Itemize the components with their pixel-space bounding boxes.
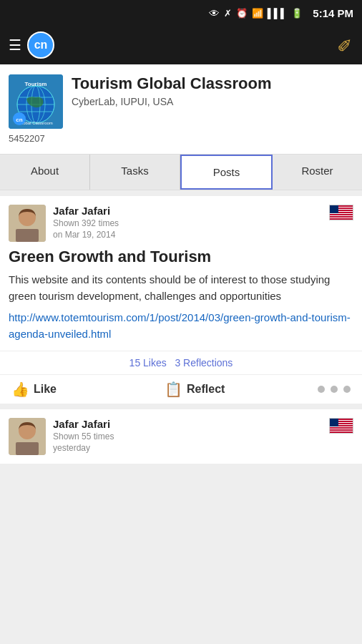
svg-text:cn: cn	[16, 117, 22, 123]
tab-roster[interactable]: Roster	[273, 155, 362, 190]
post-header-1: Jafar Jafari Shown 392 times on Mar 19, …	[0, 196, 362, 248]
dot-2	[331, 386, 338, 393]
avatar-1	[9, 205, 46, 242]
reflections-count: 3 Reflections	[175, 357, 233, 369]
app-logo[interactable]: cn	[27, 31, 54, 59]
reflect-icon: 📋	[165, 381, 182, 398]
post-link-1[interactable]: http://www.totemtourism.com/1/post/2014/…	[0, 310, 362, 351]
content-area[interactable]: Jafar Jafari Shown 392 times on Mar 19, …	[0, 190, 362, 644]
alarm-icon: ⏰	[236, 8, 248, 19]
wifi-icon: 📶	[252, 8, 263, 19]
flag-usa-1	[329, 205, 353, 220]
status-time: 5:14 PM	[313, 7, 353, 19]
class-header: Tourism Global Classroom cn Tourism Glob…	[0, 64, 362, 154]
post-actions-1: 👍 Like 📋 Reflect	[0, 374, 362, 404]
svg-rect-17	[16, 442, 39, 455]
post-meta-2b: yesterday	[53, 443, 114, 453]
post-meta-2a: Shown 55 times	[53, 431, 114, 441]
reflect-label: Reflect	[187, 383, 225, 396]
like-label: Like	[34, 383, 57, 396]
nav-logo-area[interactable]: ☰ cn	[9, 31, 54, 59]
class-subtitle: CyberLab, IUPUI, USA	[72, 96, 353, 107]
hamburger-icon[interactable]: ☰	[9, 36, 21, 54]
reflect-button[interactable]: 📋 Reflect	[165, 381, 318, 398]
post-body-1: This website and its contents should be …	[0, 272, 362, 310]
flag-usa-2	[329, 418, 353, 434]
svg-rect-14	[16, 229, 39, 242]
class-id: 5452207	[9, 133, 353, 144]
post-card-2[interactable]: Jafar Jafari Shown 55 times yesterday	[0, 409, 362, 464]
edit-icon[interactable]: ✏	[332, 31, 358, 58]
post-meta-1b: on Mar 19, 2014	[53, 230, 119, 240]
post-meta-1a: Shown 392 times	[53, 218, 119, 228]
post-stats-1: 15 Likes 3 Reflections	[0, 351, 362, 374]
status-bar: 👁 ✗ ⏰ 📶 ▌▌▌ 🔋 5:14 PM	[0, 0, 362, 26]
like-button[interactable]: 👍 Like	[11, 381, 165, 398]
tab-posts[interactable]: Posts	[180, 155, 273, 190]
avatar-2	[9, 418, 46, 455]
class-info: Tourism Global Classroom CyberLab, IUPUI…	[72, 74, 353, 107]
like-icon: 👍	[11, 381, 29, 398]
post-card-1: Jafar Jafari Shown 392 times on Mar 19, …	[0, 196, 362, 404]
tab-tasks[interactable]: Tasks	[90, 155, 180, 190]
post-title-1: Green Growth and Tourism	[0, 248, 362, 272]
more-options[interactable]	[318, 386, 351, 393]
signal-icon: ▌▌▌	[268, 8, 288, 19]
post-author-name-1: Jafar Jafari	[53, 205, 119, 217]
bluetooth-icon: ✗	[224, 8, 232, 19]
dot-3	[343, 386, 351, 393]
post-author-name-2: Jafar Jafari	[53, 418, 114, 430]
visibility-icon: 👁	[209, 7, 220, 19]
tab-bar: About Tasks Posts Roster	[0, 154, 362, 190]
top-nav: ☰ cn ✏	[0, 26, 362, 64]
class-thumbnail: Tourism Global Classroom cn	[9, 74, 63, 129]
svg-text:Tourism: Tourism	[25, 81, 47, 87]
battery-icon: 🔋	[291, 8, 303, 19]
dot-1	[318, 386, 325, 393]
class-title: Tourism Global Classroom	[72, 74, 353, 93]
tab-about[interactable]: About	[0, 155, 90, 190]
likes-count: 15 Likes	[129, 357, 167, 369]
